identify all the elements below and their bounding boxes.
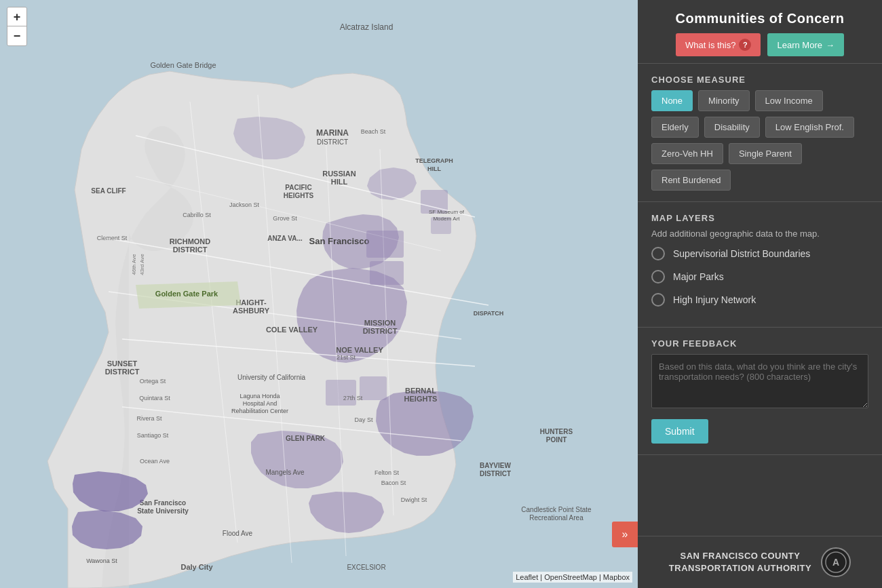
layer-supervisorial: Supervisorial District Boundaries bbox=[651, 247, 868, 260]
svg-text:ANZA VA...: ANZA VA... bbox=[267, 235, 303, 242]
feedback-title: YOUR FEEDBACK bbox=[651, 338, 868, 349]
sidebar-actions: What is this? ? Learn More → bbox=[651, 33, 868, 56]
svg-text:Laguna Honda: Laguna Honda bbox=[239, 393, 280, 399]
svg-text:Ocean Ave: Ocean Ave bbox=[140, 458, 170, 465]
measure-grid: None Minority Low Income Elderly Disabil… bbox=[651, 90, 868, 191]
svg-text:BERNAL: BERNAL bbox=[405, 387, 436, 395]
svg-rect-67 bbox=[326, 380, 356, 406]
svg-rect-68 bbox=[360, 376, 387, 400]
arrow-right-icon: → bbox=[826, 40, 835, 50]
svg-text:RUSSIAN: RUSSIAN bbox=[322, 170, 356, 178]
feedback-textarea[interactable] bbox=[651, 354, 868, 408]
svg-text:Candlestick Point State: Candlestick Point State bbox=[521, 506, 592, 513]
layer-injury: High Injury Network bbox=[651, 293, 868, 307]
svg-text:Quintara St: Quintara St bbox=[139, 395, 170, 401]
choose-measure-section: CHOOSE MEASURE None Minority Low Income … bbox=[638, 64, 882, 202]
what-is-this-button[interactable]: What is this? ? bbox=[676, 33, 761, 56]
layer-parks: Major Parks bbox=[651, 270, 868, 283]
svg-text:DISTRICT: DISTRICT bbox=[480, 470, 511, 477]
svg-text:Dwight St: Dwight St bbox=[401, 496, 427, 503]
svg-text:Beach St: Beach St bbox=[361, 128, 386, 135]
svg-text:HEIGHTS: HEIGHTS bbox=[404, 395, 438, 403]
svg-text:Ortega St: Ortega St bbox=[140, 378, 166, 385]
layer-parks-label: Major Parks bbox=[673, 271, 724, 282]
svg-text:Hospital And: Hospital And bbox=[243, 400, 277, 407]
svg-text:EXCELSIOR: EXCELSIOR bbox=[347, 564, 385, 571]
zoom-out-button[interactable]: − bbox=[7, 26, 26, 45]
svg-text:HUNTERS: HUNTERS bbox=[540, 428, 573, 435]
svg-text:San Francisco: San Francisco bbox=[309, 236, 370, 246]
layer-injury-label: High Injury Network bbox=[673, 294, 756, 305]
svg-rect-65 bbox=[366, 231, 404, 258]
map-container: Alcatraz Island Golden Gate Bridge MARIN… bbox=[0, 0, 638, 588]
choose-measure-title: CHOOSE MEASURE bbox=[651, 75, 868, 85]
measure-low-english-button[interactable]: Low English Prof. bbox=[765, 117, 854, 138]
svg-text:46th Ave: 46th Ave bbox=[131, 254, 137, 275]
map-layers-title: MAP LAYERS bbox=[651, 213, 868, 223]
svg-text:MARINA: MARINA bbox=[316, 128, 349, 138]
svg-text:Recreational Area: Recreational Area bbox=[529, 514, 583, 522]
measure-minority-button[interactable]: Minority bbox=[698, 90, 750, 111]
svg-text:Bacon St: Bacon St bbox=[381, 479, 406, 486]
svg-text:COLE VALLEY: COLE VALLEY bbox=[266, 326, 318, 334]
measure-zero-veh-button[interactable]: Zero-Veh HH bbox=[651, 143, 723, 164]
zoom-in-button[interactable]: + bbox=[7, 7, 26, 26]
svg-text:BAYVIEW: BAYVIEW bbox=[480, 462, 511, 469]
svg-text:Golden Gate Bridge: Golden Gate Bridge bbox=[150, 61, 216, 69]
measure-elderly-button[interactable]: Elderly bbox=[651, 117, 699, 138]
svg-text:Golden Gate Park: Golden Gate Park bbox=[155, 290, 218, 298]
sidebar-toggle-button[interactable]: » bbox=[612, 522, 638, 547]
svg-text:Day St: Day St bbox=[354, 416, 373, 423]
measure-none-button[interactable]: None bbox=[651, 90, 693, 111]
svg-text:43rd Ave: 43rd Ave bbox=[139, 254, 145, 275]
svg-text:Clement St: Clement St bbox=[97, 235, 128, 241]
layer-parks-radio[interactable] bbox=[651, 270, 665, 283]
svg-text:DISPATCH: DISPATCH bbox=[474, 310, 504, 317]
svg-text:PACIFIC: PACIFIC bbox=[285, 184, 311, 191]
svg-text:GLEN PARK: GLEN PARK bbox=[286, 435, 326, 442]
sidebar-footer: SAN FRANCISCO COUNTYTRANSPORTATION AUTHO… bbox=[638, 536, 882, 588]
svg-text:NOE VALLEY: NOE VALLEY bbox=[336, 346, 383, 354]
svg-text:Mangels Ave: Mangels Ave bbox=[265, 469, 305, 476]
svg-text:MISSION: MISSION bbox=[364, 319, 396, 327]
sidebar-title: Communities of Concern bbox=[651, 11, 868, 26]
svg-text:SEA CLIFF: SEA CLIFF bbox=[91, 187, 126, 195]
layer-injury-radio[interactable] bbox=[651, 293, 665, 307]
svg-text:Felton St: Felton St bbox=[375, 469, 400, 476]
svg-text:Rivera St: Rivera St bbox=[136, 415, 162, 422]
leaflet-link[interactable]: Leaflet bbox=[516, 573, 538, 581]
svg-text:HILL: HILL bbox=[427, 165, 441, 172]
svg-text:Jackson St: Jackson St bbox=[229, 201, 260, 208]
measure-rent-burdened-button[interactable]: Rent Burdened bbox=[651, 170, 731, 191]
map-attribution: Leaflet | OpenStreetMap | Mapbox bbox=[513, 572, 632, 583]
what-is-this-label: What is this? bbox=[685, 40, 735, 50]
svg-text:Flood Ave: Flood Ave bbox=[223, 530, 253, 537]
svg-text:SF Museum of: SF Museum of bbox=[429, 209, 465, 215]
submit-button[interactable]: Submit bbox=[651, 419, 708, 444]
map-layers-description: Add additional geographic data to the ma… bbox=[651, 229, 868, 239]
svg-text:HILL: HILL bbox=[331, 178, 348, 186]
measure-low-income-button[interactable]: Low Income bbox=[755, 90, 823, 111]
sidebar: Communities of Concern What is this? ? L… bbox=[638, 0, 882, 588]
osm-link[interactable]: OpenStreetMap bbox=[544, 573, 597, 581]
svg-text:University of California: University of California bbox=[237, 374, 305, 381]
svg-text:HEIGHTS: HEIGHTS bbox=[284, 192, 314, 199]
footer-logo: A bbox=[821, 547, 851, 577]
layer-supervisorial-radio[interactable] bbox=[651, 247, 665, 260]
svg-text:RICHMOND: RICHMOND bbox=[170, 237, 211, 246]
svg-text:San Francisco: San Francisco bbox=[140, 499, 186, 507]
mapbox-link[interactable]: Mapbox bbox=[603, 573, 630, 581]
svg-text:POINT: POINT bbox=[546, 436, 567, 444]
svg-text:Modern Art: Modern Art bbox=[433, 216, 460, 222]
svg-text:27th St: 27th St bbox=[343, 395, 363, 401]
learn-more-button[interactable]: Learn More → bbox=[767, 33, 843, 56]
question-icon: ? bbox=[739, 39, 751, 51]
svg-text:DISTRICT: DISTRICT bbox=[317, 138, 348, 146]
learn-more-label: Learn More bbox=[777, 40, 822, 50]
svg-text:DISTRICT: DISTRICT bbox=[173, 246, 208, 254]
measure-disability-button[interactable]: Disability bbox=[704, 117, 760, 138]
sidebar-header: Communities of Concern What is this? ? L… bbox=[638, 0, 882, 64]
measure-single-parent-button[interactable]: Single Parent bbox=[729, 143, 802, 164]
svg-text:Daly City: Daly City bbox=[180, 563, 213, 571]
map-layers-section: MAP LAYERS Add additional geographic dat… bbox=[638, 202, 882, 328]
